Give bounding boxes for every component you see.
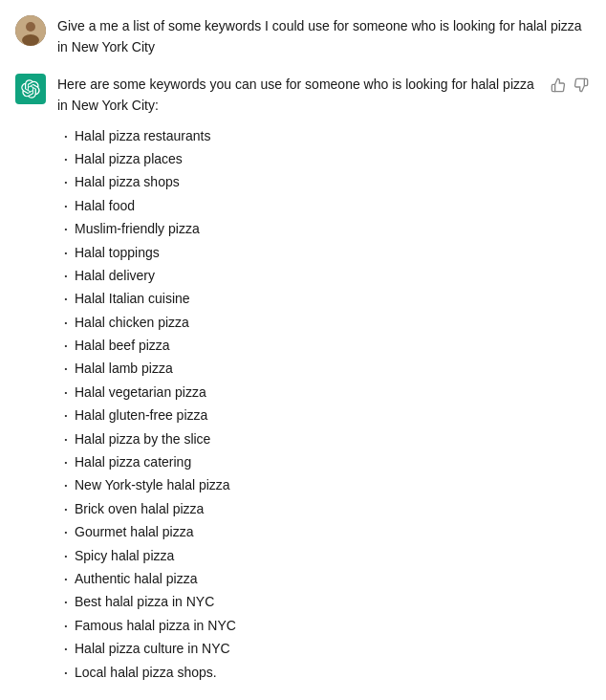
- bullet-icon: •: [57, 568, 75, 586]
- bullet-icon: •: [57, 382, 75, 400]
- chat-container: Give a me a list of some keywords I coul…: [0, 0, 606, 699]
- bullet-icon: •: [57, 498, 75, 516]
- list-item: •Halal delivery: [57, 264, 591, 287]
- list-item: •Halal gluten-free pizza: [57, 404, 591, 427]
- list-item: •Halal Italian cuisine: [57, 287, 591, 310]
- keyword-text: Halal pizza by the slice: [75, 428, 210, 449]
- bullet-icon: •: [57, 405, 75, 423]
- bullet-icon: •: [57, 195, 75, 213]
- list-item: •Halal chicken pizza: [57, 311, 591, 334]
- list-item: •Halal toppings: [57, 241, 591, 264]
- bullet-icon: •: [57, 312, 75, 330]
- keyword-text: Halal pizza catering: [75, 451, 191, 472]
- list-item: •Local halal pizza shops.: [57, 661, 591, 684]
- keyword-text: Halal gluten-free pizza: [75, 405, 207, 426]
- list-item: •Famous halal pizza in NYC: [57, 614, 591, 637]
- ai-avatar: [15, 74, 46, 104]
- keyword-text: Halal pizza culture in NYC: [75, 638, 230, 659]
- list-item: •Best halal pizza in NYC: [57, 590, 591, 613]
- list-item: •Halal lamb pizza: [57, 357, 591, 380]
- bullet-icon: •: [57, 428, 75, 447]
- bullet-icon: •: [57, 615, 75, 633]
- list-item: •Muslim-friendly pizza: [57, 217, 591, 240]
- keyword-text: Muslim-friendly pizza: [75, 218, 200, 239]
- bullet-icon: •: [57, 288, 75, 306]
- ai-message-row: Here are some keywords you can use for s…: [15, 74, 591, 684]
- keyword-text: New York-style halal pizza: [75, 474, 230, 495]
- bullet-icon: •: [57, 451, 75, 470]
- bullet-icon: •: [57, 265, 75, 283]
- keyword-text: Best halal pizza in NYC: [75, 591, 214, 612]
- bullet-icon: •: [57, 591, 75, 609]
- list-item: •New York-style halal pizza: [57, 473, 591, 496]
- bullet-icon: •: [57, 358, 75, 376]
- ai-header: Here are some keywords you can use for s…: [57, 74, 591, 117]
- bullet-icon: •: [57, 335, 75, 353]
- list-item: •Halal pizza shops: [57, 170, 591, 193]
- keyword-text: Local halal pizza shops.: [75, 662, 217, 683]
- list-item: •Halal pizza restaurants: [57, 124, 591, 147]
- list-item: •Brick oven halal pizza: [57, 497, 591, 520]
- keyword-list: •Halal pizza restaurants•Halal pizza pla…: [57, 124, 591, 684]
- list-item: •Halal vegetarian pizza: [57, 381, 591, 404]
- user-message-content: Give a me a list of some keywords I coul…: [57, 15, 591, 58]
- keyword-text: Halal pizza shops: [75, 171, 180, 192]
- thumbs-down-button[interactable]: [572, 76, 591, 95]
- bullet-icon: •: [57, 218, 75, 236]
- list-item: •Spicy halal pizza: [57, 544, 591, 567]
- bullet-icon: •: [57, 545, 75, 563]
- keyword-text: Gourmet halal pizza: [75, 521, 194, 542]
- list-item: •Halal pizza culture in NYC: [57, 637, 591, 660]
- keyword-text: Halal food: [75, 195, 135, 216]
- list-item: •Halal food: [57, 194, 591, 217]
- bullet-icon: •: [57, 662, 75, 680]
- list-item: •Halal pizza places: [57, 147, 591, 170]
- keyword-text: Halal pizza restaurants: [75, 125, 210, 146]
- bullet-icon: •: [57, 638, 75, 656]
- keyword-text: Halal pizza places: [75, 148, 183, 169]
- keyword-text: Halal lamb pizza: [75, 358, 173, 379]
- keyword-text: Halal vegetarian pizza: [75, 382, 206, 403]
- bullet-icon: •: [57, 125, 75, 143]
- keyword-text: Spicy halal pizza: [75, 545, 174, 566]
- keyword-text: Halal Italian cuisine: [75, 288, 190, 309]
- keyword-text: Famous halal pizza in NYC: [75, 615, 236, 636]
- keyword-text: Authentic halal pizza: [75, 568, 197, 589]
- ai-message-content: Here are some keywords you can use for s…: [57, 74, 591, 684]
- ai-intro-text: Here are some keywords you can use for s…: [57, 74, 541, 117]
- keyword-text: Brick oven halal pizza: [75, 498, 204, 519]
- keyword-text: Halal delivery: [75, 265, 155, 286]
- list-item: •Halal pizza by the slice: [57, 427, 591, 450]
- user-avatar: [15, 15, 46, 46]
- bullet-icon: •: [57, 242, 75, 260]
- keyword-text: Halal chicken pizza: [75, 312, 189, 333]
- feedback-icons: [549, 76, 591, 95]
- svg-point-1: [26, 22, 35, 32]
- user-message-row: Give a me a list of some keywords I coul…: [15, 15, 591, 58]
- keyword-text: Halal toppings: [75, 242, 160, 263]
- svg-point-2: [22, 34, 39, 46]
- bullet-icon: •: [57, 521, 75, 539]
- bullet-icon: •: [57, 148, 75, 166]
- keyword-text: Halal beef pizza: [75, 335, 170, 356]
- list-item: •Authentic halal pizza: [57, 567, 591, 590]
- list-item: •Gourmet halal pizza: [57, 520, 591, 543]
- thumbs-up-button[interactable]: [549, 76, 568, 95]
- bullet-icon: •: [57, 474, 75, 492]
- user-message-text: Give a me a list of some keywords I coul…: [57, 14, 582, 55]
- list-item: •Halal pizza catering: [57, 450, 591, 473]
- bullet-icon: •: [57, 171, 75, 189]
- list-item: •Halal beef pizza: [57, 334, 591, 357]
